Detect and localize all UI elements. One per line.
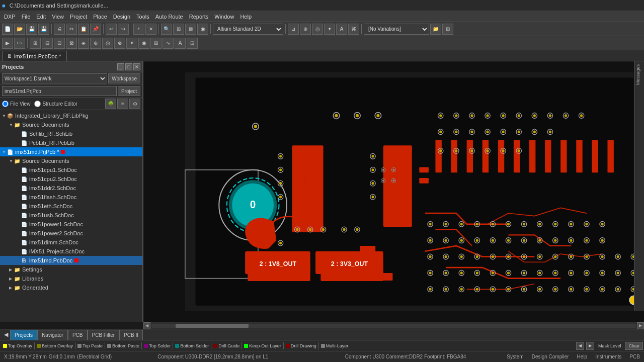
tree-item-14[interactable]: 📄imx51dimm.SchDoc [0, 238, 142, 247]
tb-copy[interactable]: 📋 [78, 24, 89, 35]
tb-cmd1[interactable]: ⊞ [173, 24, 184, 35]
tree-item-2[interactable]: 📄Schlib_RF.SchLib [0, 129, 142, 138]
tree-item-9[interactable]: 📄imx51flash.SchDoc [0, 193, 142, 202]
tb-redo[interactable]: ↪ [118, 24, 129, 35]
layer-item-8[interactable]: Drill Drawing [284, 341, 318, 350]
tb2-10[interactable]: ⊗ [114, 38, 125, 49]
tb-r3[interactable]: ◎ [312, 24, 323, 35]
btab-left-arrow[interactable]: ◀ [2, 331, 10, 338]
tb2-4[interactable]: ⊟ [42, 38, 53, 49]
menu-view[interactable]: View [49, 13, 67, 21]
tb-plus[interactable]: + [133, 24, 144, 35]
menu-place[interactable]: Place [90, 13, 110, 21]
clear-button[interactable]: Clear [625, 342, 643, 350]
messages-vtab[interactable]: Messages [634, 61, 644, 88]
layer-prev[interactable]: ◀ [576, 342, 584, 350]
tree-item-19[interactable]: ▶📁Generated [0, 283, 142, 292]
tb-save[interactable]: 💾 [26, 24, 37, 35]
tb2-13[interactable]: ⊞ [150, 38, 162, 49]
tb-zoom-in[interactable]: 🔍 [161, 24, 172, 35]
tree-item-15[interactable]: 📄iMX51 Project.SchDoc [0, 247, 142, 256]
tb-cmd2[interactable]: ⊠ [185, 24, 196, 35]
menu-window[interactable]: Window [211, 13, 237, 21]
tb-r2[interactable]: ⊕ [300, 24, 311, 35]
layer-item-0[interactable]: Top Overlay [1, 341, 34, 350]
view-options-icon[interactable]: ⚙ [129, 99, 140, 109]
workspace-dropdown[interactable]: Workspace1.DsnWrk [2, 73, 107, 83]
tree-item-7[interactable]: 📄imx51cpu2.SchDoc [0, 174, 142, 184]
btab-pcb-ii[interactable]: PCB II [119, 330, 143, 340]
view-mode-dropdown[interactable]: Altium Standard 2D [213, 24, 283, 35]
tb2-15[interactable]: A [175, 38, 186, 49]
tree-view-icon[interactable]: 🌳 [105, 99, 116, 109]
menu-design[interactable]: Design [110, 13, 133, 21]
btab-pcb[interactable]: PCB [68, 330, 88, 340]
structure-editor-radio[interactable]: Structure Editor [34, 101, 77, 107]
hscroll-thumb[interactable] [176, 324, 248, 328]
tb2-7[interactable]: ◈ [78, 38, 89, 49]
layer-item-6[interactable]: Drill Guide [211, 341, 242, 350]
list-view-icon[interactable]: ≡ [117, 99, 128, 109]
layer-item-1[interactable]: Bottom Overlay [35, 341, 75, 350]
tb-cut[interactable]: ✂ [66, 24, 77, 35]
tree-item-12[interactable]: 📄imx51power1.SchDoc [0, 220, 142, 229]
menu-edit[interactable]: Edit [33, 13, 49, 21]
tb2-ls[interactable]: LS [14, 38, 25, 49]
tb2-3[interactable]: ⊞ [30, 38, 41, 49]
tb-r6[interactable]: ⌘ [348, 24, 359, 35]
menu-reports[interactable]: Reports [186, 13, 212, 21]
tb-r4[interactable]: ✦ [324, 24, 335, 35]
tree-item-11[interactable]: 📄imx51usb.SchDoc [0, 211, 142, 220]
pcb-canvas[interactable]: 1 : DDR_1V8 2 : NetL703_2 2 : 1V8_OUT 2 … [143, 61, 644, 322]
tree-item-4[interactable]: ▼📄imx51md.PrjPcb * [0, 147, 142, 156]
tb-save-all[interactable]: 💾 [38, 24, 49, 35]
tb2-8[interactable]: ⊕ [90, 38, 101, 49]
menu-file[interactable]: File [19, 13, 34, 21]
panel-minimize[interactable]: _ [117, 63, 124, 70]
pcb-doc-tab[interactable]: 🖹 imx51md.PcbDoc * [2, 51, 67, 61]
tree-item-17[interactable]: ▶📁Settings [0, 265, 142, 274]
layer-next[interactable]: ▶ [586, 342, 594, 350]
tb-r1[interactable]: ⊿ [288, 24, 299, 35]
layer-item-9[interactable]: Multi-Layer [319, 341, 351, 350]
tb-open[interactable]: 📂 [14, 24, 25, 35]
menu-tools[interactable]: Tools [133, 13, 152, 21]
panel-close[interactable]: ✕ [133, 63, 140, 70]
tree-item-3[interactable]: 📄PcbLib_RF.PcbLib [0, 138, 142, 147]
layer-item-5[interactable]: Bottom Solder [173, 341, 211, 350]
tb-var-btn2[interactable]: ⊞ [442, 24, 453, 35]
menu-help[interactable]: Help [237, 13, 255, 21]
tb-paste[interactable]: 📌 [90, 24, 101, 35]
tb-undo[interactable]: ↩ [106, 24, 117, 35]
tb-cross[interactable]: ✕ [145, 24, 156, 35]
btab-pcb-filter[interactable]: PCB Filter [88, 330, 120, 340]
tb-var-btn[interactable]: 📁 [430, 24, 441, 35]
menu-project[interactable]: Project [67, 13, 90, 21]
tb2-1[interactable]: ▶ [2, 38, 13, 49]
tree-item-8[interactable]: 📄imx51ddr2.SchDoc [0, 184, 142, 193]
tb2-5[interactable]: ⊡ [54, 38, 65, 49]
tree-item-10[interactable]: 📄imx51eth.SchDoc [0, 202, 142, 211]
tb2-11[interactable]: ✦ [126, 38, 137, 49]
menu-auto-route[interactable]: Auto Route [152, 13, 186, 21]
tb2-6[interactable]: ⊠ [66, 38, 77, 49]
pcb-view[interactable]: 1 : DDR_1V8 2 : NetL703_2 2 : 1V8_OUT 2 … [143, 61, 644, 322]
tb2-14[interactable]: ∿ [163, 38, 174, 49]
hscroll-left[interactable]: ◀ [143, 322, 150, 329]
layer-item-4[interactable]: Top Solder [142, 341, 173, 350]
tree-item-13[interactable]: 📄imx51power2.SchDoc [0, 229, 142, 238]
tree-item-16[interactable]: 🖹imx51md.PcbDoc [0, 256, 142, 265]
file-view-radio[interactable]: File View [2, 101, 30, 107]
tb2-12[interactable]: ◉ [138, 38, 149, 49]
tree-item-5[interactable]: ▼📁Source Documents [0, 156, 142, 165]
panel-expand[interactable]: □ [125, 63, 132, 70]
project-button[interactable]: Project [118, 86, 140, 96]
workspace-button[interactable]: Workspace [108, 73, 140, 83]
layer-item-2[interactable]: Top Paste [75, 341, 105, 350]
tb2-16[interactable]: ⊡ [187, 38, 198, 49]
tree-item-1[interactable]: ▼📁Source Documents [0, 120, 142, 129]
menu-dxp[interactable]: DXP [1, 13, 19, 21]
layer-item-7[interactable]: Keep-Out Layer [242, 341, 283, 350]
horizontal-scrollbar[interactable]: ◀ ▶ [143, 322, 644, 329]
hscroll-right[interactable]: ▶ [637, 322, 644, 329]
